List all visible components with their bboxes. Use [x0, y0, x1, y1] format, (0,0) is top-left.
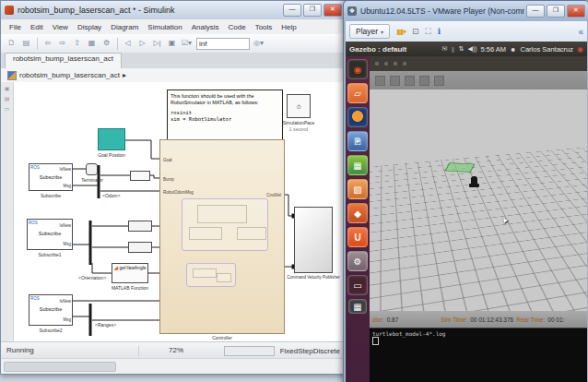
gazebo-box-icon[interactable]	[419, 76, 429, 86]
suspend-icon[interactable]: ▮▮▾	[396, 28, 406, 36]
breadcrumb-label[interactable]: robotsim_bump_laserscan_act	[19, 71, 120, 79]
volume-icon[interactable]: ◀))	[468, 45, 477, 53]
launcher-item-displays[interactable]: ▭	[347, 275, 368, 295]
subscribe2-block[interactable]: ROS Subscribe IsNew Msg	[29, 294, 73, 326]
back-icon[interactable]: ⇦	[41, 37, 54, 50]
menu-tools[interactable]: Tools	[251, 22, 277, 32]
minimize-button[interactable]: —	[283, 4, 301, 17]
menu-diagram[interactable]: Diagram	[106, 22, 143, 32]
matlab-function-block[interactable]: ◢ getYawAngle	[112, 263, 148, 283]
step-forward-icon[interactable]: ▷|	[150, 37, 164, 50]
stop-time-input[interactable]	[196, 38, 250, 50]
breadcrumb[interactable]: robotsim_bump_laserscan_act ▸	[1, 68, 346, 83]
menu-code[interactable]: Code	[224, 22, 251, 32]
scrollbar-thumb[interactable]	[4, 362, 116, 372]
run-icon[interactable]: ▷	[135, 37, 149, 50]
subscribe-block[interactable]: ROS Subscribe IsNew Msg	[29, 163, 73, 191]
display-block[interactable]	[128, 221, 152, 232]
rate-transition-block[interactable]	[130, 171, 150, 181]
desktop: robotsim_bump_laserscan_act * - Simulink…	[0, 0, 588, 382]
terminator-block[interactable]	[86, 163, 98, 175]
ros-tag: ROS	[30, 165, 40, 170]
forward-icon[interactable]: ⇨	[55, 37, 69, 50]
goal-marker[interactable]	[445, 162, 476, 173]
gazebo-rotate-icon[interactable]	[405, 76, 415, 86]
vm-minimize-button[interactable]: —	[526, 5, 545, 18]
vm-close-button[interactable]: ✕	[567, 5, 585, 18]
launcher-item-ubuntu-software-center[interactable]: ◆	[347, 203, 368, 223]
annotation-note[interactable]: This function should be used with the Ro…	[167, 90, 283, 141]
player-menu-button[interactable]: Player ▾	[349, 24, 390, 39]
launcher-item-libreoffice-writer[interactable]: 🖹	[347, 131, 368, 151]
subscribe1-block[interactable]: ROS Subscribe IsNew Msg	[27, 219, 73, 250]
vm-maximize-button[interactable]: ❐	[547, 5, 565, 18]
fullscreen-icon[interactable]: ⛶	[425, 27, 430, 37]
manage-vm-icon[interactable]: ℹ	[438, 27, 441, 36]
menu-simulation[interactable]: Simulation	[143, 22, 186, 32]
menu-edit[interactable]: Edit	[26, 22, 48, 32]
power-icon[interactable]: ◉	[577, 45, 583, 54]
menu-file[interactable]: File	[5, 22, 26, 32]
menu-view[interactable]: View	[48, 22, 73, 32]
simulation-pace-block[interactable]: ⏱	[287, 94, 311, 118]
vmware-toolbar: Player ▾ ▮▮▾ ⊡ ⛶ ℹ «	[346, 21, 587, 42]
close-button[interactable]: ✕	[323, 4, 342, 17]
accelerator-icon[interactable]: ◎▾	[252, 37, 265, 50]
stop-icon[interactable]: ▣	[165, 37, 179, 50]
palette-annotation-icon[interactable]: ▤	[5, 95, 10, 101]
library-browser-icon[interactable]: ▦	[85, 37, 99, 50]
launcher-item-ubuntu-one[interactable]: U	[347, 227, 368, 247]
controller-block[interactable]: Goal Bump RobotOdomMsg CmdVel	[159, 139, 285, 334]
clock[interactable]: 5:56 AM	[481, 45, 507, 54]
gazebo-sphere-icon[interactable]	[434, 76, 444, 86]
gazebo-select-icon[interactable]	[375, 76, 385, 86]
send-ctrl-alt-del-icon[interactable]: ⊡	[412, 27, 419, 36]
launcher-item-workspace-switcher[interactable]: ▦	[348, 299, 367, 314]
real-time-factor-label: ctor:	[372, 316, 384, 323]
vmware-titlebar[interactable]: ❖ Ubuntu12.04.5LTS - VMware Player (Non-…	[344, 1, 588, 21]
launcher-item-firefox[interactable]	[347, 107, 368, 127]
gazebo-move-icon[interactable]	[390, 76, 400, 86]
bluetooth-icon[interactable]: ᛒ	[451, 46, 454, 53]
display-block[interactable]	[128, 242, 152, 253]
menu-display[interactable]: Display	[73, 22, 106, 32]
command-velocity-publisher-block[interactable]	[294, 207, 333, 273]
collapse-toolbar-icon[interactable]: «	[578, 27, 583, 37]
terminal-window[interactable]: turtlebot_model-4*.log	[370, 328, 587, 382]
sim-mode-icon[interactable]: ☑▾	[180, 37, 194, 50]
palette-zoom-icon[interactable]: ▣	[5, 85, 10, 91]
annotation-line1: This function should be used with the	[171, 93, 279, 100]
message-indicator-icon[interactable]: ✉	[442, 45, 448, 53]
gazebo-app-menu[interactable]: Gazebo : default	[349, 45, 406, 54]
gazebo-toolbar[interactable]	[370, 71, 587, 90]
launcher-item-libreoffice-calc[interactable]: ▦	[347, 155, 368, 175]
maximize-button[interactable]: ❐	[303, 4, 322, 17]
settings-icon[interactable]: ⚙	[100, 37, 113, 50]
new-model-icon[interactable]: 🗋	[5, 37, 18, 50]
goal-position-block[interactable]	[98, 128, 125, 150]
simulink-titlebar[interactable]: robotsim_bump_laserscan_act * - Simulink…	[1, 1, 346, 19]
launcher-item-libreoffice-impress[interactable]: ▧	[347, 179, 368, 199]
menu-help[interactable]: Help	[276, 22, 300, 32]
gazebo-3d-view[interactable]: ▲	[370, 90, 587, 311]
horizontal-scrollbar[interactable]	[1, 358, 346, 374]
canvas-tool-palette[interactable]: ▣ ▤ ▭	[1, 82, 14, 342]
up-icon[interactable]: ⇧	[70, 37, 84, 50]
palette-area-icon[interactable]: ▭	[5, 105, 10, 112]
turtlebot-robot[interactable]	[471, 176, 477, 187]
gazebo-menubar[interactable]	[370, 56, 587, 71]
launcher-item-files[interactable]: ▱	[347, 83, 368, 103]
menu-analysis[interactable]: Analysis	[187, 22, 224, 32]
user-menu[interactable]: Carlos Santacruz	[520, 45, 573, 54]
model-tab[interactable]: robotsim_bump_laserscan_act	[5, 53, 122, 68]
simulink-toolbar: 🗋 ▤ ⇦ ⇨ ⇧ ▦ ⚙ ◁ ▷ ▷| ▣ ☑▾ ◎▾	[1, 34, 346, 54]
save-icon[interactable]: ▤	[19, 37, 33, 50]
simulation-pace-caption: SimulationPace	[274, 120, 323, 125]
network-icon[interactable]: ⇅	[459, 45, 465, 53]
step-back-icon[interactable]: ◁	[121, 37, 135, 50]
ros-tag: ROS	[29, 221, 38, 225]
port-isnew: IsNew	[59, 299, 71, 304]
launcher-item-dash-home[interactable]: ◉	[347, 59, 368, 79]
launcher-item-system-settings[interactable]: ⚙	[347, 251, 368, 271]
model-canvas[interactable]: This function should be used with the Ro…	[14, 82, 346, 342]
